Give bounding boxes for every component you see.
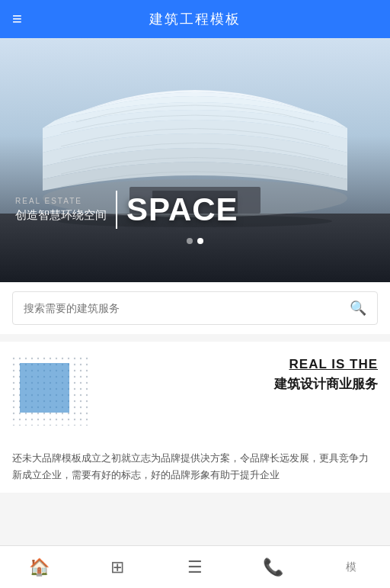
partial-text-section: 还未大品牌模板成立之初就立志为品牌提供决方案，令品牌长远发展，更具竞争力新成立企… (0, 441, 390, 493)
search-icon[interactable]: 🔍 (350, 300, 366, 316)
hero-image (0, 38, 390, 282)
dot-grid-decoration (12, 357, 88, 426)
nav-template[interactable]: 模 (312, 546, 390, 588)
hero-left-text: REAL ESTATE 创造智慧环绕空间 (15, 197, 107, 223)
app-title: 建筑工程模板 (149, 10, 241, 28)
nav-list[interactable]: ☰ (156, 546, 234, 588)
svg-rect-8 (20, 363, 69, 413)
nav-home[interactable]: 🏠 (0, 546, 78, 588)
phone-icon: 📞 (263, 557, 283, 577)
slide-indicator (187, 238, 203, 244)
grid-icon: ⊞ (110, 557, 124, 577)
bottom-nav: 🏠 ⊞ ☰ 📞 模 (0, 545, 390, 588)
dot-2[interactable] (197, 238, 203, 244)
list-icon: ☰ (187, 557, 203, 577)
dot-1[interactable] (187, 238, 193, 244)
search-input[interactable] (24, 302, 344, 314)
dot-grid-svg (12, 357, 88, 426)
search-section: 🔍 (0, 282, 390, 334)
real-is-the-heading: REAL IS THE (101, 357, 378, 372)
home-icon: 🏠 (29, 557, 50, 577)
nav-grid[interactable]: ⊞ (78, 546, 155, 588)
hero-subtitle: 创造智慧环绕空间 (15, 208, 107, 223)
hero-real-estate-label: REAL ESTATE (15, 197, 107, 205)
content-text-right: REAL IS THE 建筑设计商业服务 (101, 357, 378, 393)
hero-text-overlay: REAL ESTATE 创造智慧环绕空间 SPACE (0, 191, 390, 229)
search-bar: 🔍 (12, 291, 378, 325)
service-title: 建筑设计商业服务 (101, 375, 378, 393)
menu-icon[interactable]: ≡ (12, 9, 22, 29)
hero-divider (116, 191, 117, 229)
template-icon: 模 (346, 561, 356, 574)
content-section: REAL IS THE 建筑设计商业服务 (0, 342, 390, 441)
lower-text: 还未大品牌模板成立之初就立志为品牌提供决方案，令品牌长远发展，更具竞争力新成立企… (12, 450, 378, 484)
hero-banner: REAL ESTATE 创造智慧环绕空间 SPACE (0, 38, 390, 282)
top-bar: ≡ 建筑工程模板 (0, 0, 390, 38)
hero-space-text: SPACE (126, 191, 238, 228)
nav-phone[interactable]: 📞 (234, 546, 312, 588)
